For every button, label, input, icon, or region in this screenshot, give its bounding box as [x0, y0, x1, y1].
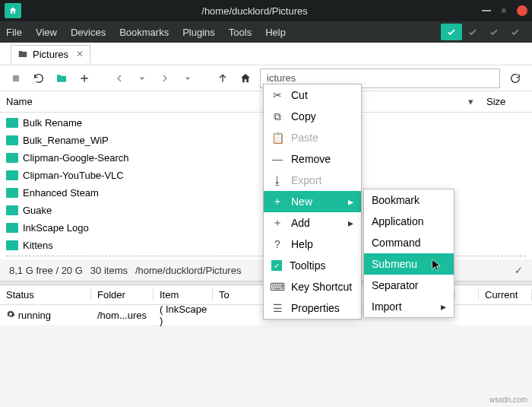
forward-menu[interactable] — [179, 70, 196, 87]
col-size[interactable]: Size — [486, 96, 532, 107]
context-menu: ✂Cut ⧉Copy 📋Paste —Remove ⭳Export ＋New▸ … — [263, 84, 362, 320]
col-item[interactable]: Item — [154, 289, 213, 300]
plus-icon: ＋ — [271, 195, 283, 208]
ctx-paste: 📋Paste — [264, 127, 361, 148]
folder-icon — [6, 135, 18, 145]
file-label: Bulk_Rename_WiP — [23, 135, 109, 146]
ctx-new[interactable]: ＋New▸ — [264, 191, 361, 212]
stop-button[interactable] — [8, 70, 24, 87]
ctx-properties[interactable]: ☰Properties — [264, 297, 361, 319]
ctx-export: ⭳Export — [264, 170, 361, 191]
back-button[interactable] — [111, 70, 128, 87]
ctx-cut[interactable]: ✂Cut — [264, 84, 361, 106]
copy-icon: ⧉ — [271, 110, 283, 123]
titlebar: /home/ducklord/Pictures — [0, 0, 532, 21]
help-icon: ? — [271, 238, 283, 250]
sort-icon[interactable]: ▾ — [468, 96, 486, 107]
chevron-right-icon: ▸ — [348, 217, 353, 229]
forward-button[interactable] — [157, 70, 173, 87]
home-button[interactable] — [237, 70, 254, 87]
mouse-cursor — [432, 259, 442, 272]
folder-icon — [6, 118, 18, 128]
menu-plugins[interactable]: Plugins — [182, 27, 215, 38]
folder-icon — [6, 170, 18, 180]
gear-icon — [6, 310, 15, 319]
file-label: Guake — [23, 205, 52, 216]
col-name[interactable]: Name — [0, 96, 468, 107]
file-label: Kittens — [23, 240, 53, 251]
toolbar-check-4[interactable] — [505, 24, 526, 40]
back-menu[interactable] — [134, 70, 150, 87]
chevron-right-icon: ▸ — [441, 300, 446, 313]
open-folder-button[interactable] — [53, 70, 70, 87]
sub-bookmark[interactable]: Bookmark — [364, 189, 454, 211]
file-label: Clipman-Google-Search — [23, 152, 128, 164]
folder-icon — [6, 240, 18, 250]
item-count: 30 items — [90, 265, 128, 276]
refresh-button[interactable] — [506, 70, 524, 87]
sub-separator[interactable]: Separator — [364, 275, 454, 296]
reload-button[interactable] — [30, 70, 47, 87]
ctx-copy[interactable]: ⧉Copy — [264, 106, 361, 127]
app-icon[interactable] — [5, 3, 21, 18]
maximize-icon[interactable] — [502, 8, 506, 13]
sub-command[interactable]: Command — [364, 232, 454, 253]
new-button[interactable] — [76, 70, 93, 87]
folder-icon — [6, 223, 18, 233]
toolbar-check-3[interactable] — [483, 24, 505, 40]
sub-application[interactable]: Application — [364, 211, 454, 232]
remove-icon: — — [271, 153, 283, 165]
toolbar-check-2[interactable] — [462, 24, 483, 40]
ctx-add[interactable]: ＋Add▸ — [264, 212, 361, 234]
row-status: running — [18, 310, 51, 321]
chevron-right-icon: ▸ — [348, 196, 353, 208]
watermark: wsxdn.com — [489, 396, 527, 404]
free-space: 8,1 G free / 20 G — [9, 265, 83, 276]
toolbar-check-1[interactable] — [441, 24, 462, 40]
context-submenu: Bookmark Application Command Submenu Sep… — [363, 189, 454, 318]
checkbox-icon: ✓ — [271, 260, 282, 271]
cut-icon: ✂ — [271, 89, 283, 101]
row-folder: /hom...ures — [91, 310, 154, 321]
file-label: InkScape Logo — [23, 222, 89, 234]
menu-file[interactable]: File — [6, 27, 22, 38]
folder-icon — [6, 153, 18, 163]
properties-icon: ☰ — [271, 302, 283, 314]
paste-icon: 📋 — [271, 132, 283, 144]
tab-close-icon[interactable]: ✕ — [76, 49, 84, 59]
export-icon: ⭳ — [271, 174, 283, 186]
file-label: Clipman-YouTube-VLC — [23, 170, 124, 181]
col-folder[interactable]: Folder — [91, 289, 154, 300]
status-check-icon[interactable]: ✓ — [515, 265, 523, 276]
svg-rect-0 — [13, 75, 19, 81]
menubar: File View Devices Bookmarks Plugins Tool… — [0, 21, 532, 43]
status-path: /home/ducklord/Pictures — [135, 265, 241, 276]
file-label: Enhanced Steam — [23, 187, 99, 199]
folder-icon — [6, 205, 18, 215]
tab-pictures[interactable]: Pictures ✕ — [11, 45, 90, 63]
row-item: ( InkScape ) — [154, 304, 213, 326]
up-button[interactable] — [214, 70, 231, 87]
minimize-icon[interactable] — [482, 10, 491, 11]
plus-icon: ＋ — [271, 216, 283, 230]
menu-tools[interactable]: Tools — [229, 27, 252, 38]
menu-help[interactable]: Help — [265, 27, 286, 38]
file-label: Bulk Rename — [23, 117, 82, 129]
ctx-remove[interactable]: —Remove — [264, 148, 361, 170]
sub-import[interactable]: Import▸ — [364, 296, 454, 317]
col-status[interactable]: Status — [0, 289, 91, 300]
col-current[interactable]: Current — [479, 289, 532, 300]
tab-bar: Pictures ✕ — [0, 43, 532, 65]
close-icon[interactable] — [517, 5, 527, 16]
window-title: /home/ducklord/Pictures — [27, 5, 482, 17]
ctx-help[interactable]: ?Help — [264, 234, 361, 255]
folder-icon — [6, 188, 18, 198]
menu-view[interactable]: View — [36, 27, 57, 38]
tab-label: Pictures — [33, 49, 68, 60]
menu-devices[interactable]: Devices — [71, 27, 106, 38]
menu-bookmarks[interactable]: Bookmarks — [119, 27, 169, 38]
ctx-keyshortcut[interactable]: ⌨Key Shortcut — [264, 276, 361, 297]
ctx-tooltips[interactable]: ✓Tooltips — [264, 255, 361, 276]
keyboard-icon: ⌨ — [271, 281, 283, 293]
